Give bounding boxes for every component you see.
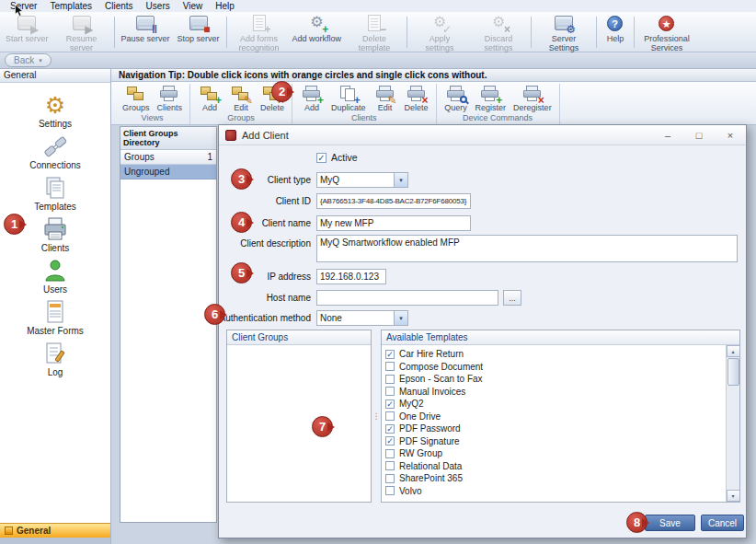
group-edit-button[interactable]: ✎ Edit [227,84,255,113]
template-checkbox[interactable] [385,436,395,446]
sidebar-footer-general[interactable]: General [0,523,110,538]
template-item-pdf-password[interactable]: PDF Password [385,422,724,435]
help-button[interactable]: ? Help [600,14,631,51]
scroll-down-icon[interactable]: ▾ [727,490,740,502]
template-item-volvo[interactable]: Volvo [385,485,724,498]
panel-splitter[interactable]: ⋮ [372,330,381,503]
template-checkbox[interactable] [385,375,395,384]
resume-server-button[interactable]: ▶ Resume server [52,14,111,51]
client-edit-button[interactable]: ✎ Edit [372,84,399,113]
views-groups-button[interactable]: Groups [120,84,152,113]
authentication-method-dropdown[interactable]: None ▾ [316,310,408,326]
sidebar-header: General [0,69,110,83]
device-register-button[interactable]: + Register [474,84,509,113]
scrollbar-thumb[interactable] [727,358,739,386]
stop-server-button[interactable]: ■ Stop server [174,14,223,51]
template-item-relational-data[interactable]: Relational Data [385,460,724,473]
template-checkbox[interactable] [385,486,395,495]
template-checkbox[interactable] [385,424,395,434]
template-item-one-drive[interactable]: One Drive [385,411,724,423]
sidebar-item-master-forms[interactable]: Master Forms [0,298,110,340]
template-item-sharepoint-365[interactable]: SharePoint 365 [385,472,724,485]
template-item-rw-group[interactable]: RW Group [385,447,724,460]
group-row-ungrouped[interactable]: Ungrouped [120,165,216,179]
device-query-button[interactable]: Query [442,84,470,113]
cancel-button[interactable]: Cancel [701,515,744,531]
client-id-input[interactable]: {AB766513-3F48-4D85-BAC2-B72F6F680053} [316,193,471,209]
sidebar-item-settings[interactable]: ⚙ Settings [0,91,110,133]
callout-5: 5 [231,262,252,284]
add-client-app-icon [225,130,236,141]
groups-column-label: Groups [124,152,155,162]
discard-settings-button[interactable]: ⚙× Discard settings [469,14,528,51]
device-deregister-button[interactable]: × Deregister [511,84,554,113]
device-deregister-label: Deregister [513,104,552,112]
authentication-method-value: None [317,311,394,325]
template-checkbox[interactable] [385,449,395,458]
menu-users[interactable]: Users [140,0,177,12]
menu-clients[interactable]: Clients [98,0,140,12]
menu-view[interactable]: View [177,0,210,12]
template-checkbox[interactable] [385,362,395,371]
active-label: Active [331,152,358,163]
chevron-down-icon: ▾ [394,311,407,325]
template-item-manual-invoices[interactable]: Manual Invoices [385,386,724,399]
professional-services-icon: ★ [655,15,679,33]
close-button[interactable]: × [717,127,743,144]
chevron-down-icon: ▾ [394,173,407,187]
template-checkbox[interactable] [385,411,395,421]
group-add-button[interactable]: + Add [196,84,223,113]
sidebar-item-templates[interactable]: Templates [0,174,110,215]
host-name-input[interactable] [316,290,498,306]
scroll-up-icon[interactable]: ▴ [727,345,740,357]
back-button[interactable]: Back ▾ [5,53,52,67]
apply-settings-button[interactable]: ⚙✓ Apply settings [410,14,469,51]
minimize-button[interactable]: – [655,127,681,144]
template-item-epson-scan-to-fax[interactable]: Epson - Scan to Fax [385,373,724,386]
dialog-titlebar[interactable]: Add Client – □ × [219,125,746,145]
client-delete-button[interactable]: × Delete [403,84,430,113]
client-duplicate-label: Duplicate [331,104,366,112]
template-checkbox[interactable] [385,461,395,470]
menu-templates[interactable]: Templates [43,0,98,12]
groups-count: 1 [207,152,212,162]
template-item-pdf-signature[interactable]: PDF Signature [385,435,724,448]
active-checkbox[interactable] [316,153,326,163]
toolbar-separator [407,17,407,48]
client-type-dropdown[interactable]: MyQ ▾ [316,172,408,188]
template-item-car-hire-return[interactable]: Car Hire Return [385,348,724,361]
start-server-button[interactable]: ▶ Start server [2,14,52,51]
ip-address-input[interactable]: 192.168.0.123 [316,269,386,284]
client-duplicate-button[interactable]: + Duplicate [329,84,368,113]
template-label: Manual Invoices [399,387,465,397]
sidebar-item-log[interactable]: Log [0,340,110,381]
client-groups-directory: Client Groups Directory Groups 1 Ungroup… [120,126,217,523]
template-checkbox[interactable] [385,350,395,359]
templates-scrollbar[interactable]: ▴ ▾ [726,345,739,502]
host-name-browse-button[interactable]: ... [503,290,521,306]
device-query-icon [444,85,468,104]
pause-server-button[interactable]: ‖ Pause server [118,14,174,51]
client-add-button[interactable]: + Add [298,84,326,113]
add-workflow-button[interactable]: ⚙+ Add workflow [289,14,346,51]
template-checkbox[interactable] [385,387,395,396]
template-item-myq2[interactable]: MyQ2 [385,398,724,411]
server-settings-icon: ⚙ [552,15,576,33]
template-item-compose-document[interactable]: Compose Document [385,361,724,374]
sidebar-item-users[interactable]: Users [0,257,110,298]
professional-services-button[interactable]: ★ Professional Services [637,14,696,51]
add-forms-recognition-button[interactable]: + Add forms recognition [230,14,289,51]
delete-template-button[interactable]: − Delete template [345,14,404,51]
server-settings-button[interactable]: ⚙ Server Settings [534,14,593,51]
views-clients-button[interactable]: Clients [155,84,185,113]
client-description-input[interactable]: MyQ Smartworkflow enabled MFP [316,235,738,262]
template-checkbox[interactable] [385,474,395,483]
template-checkbox[interactable] [385,399,395,409]
sidebar-item-connections[interactable]: Connections [0,133,110,174]
maximize-button[interactable]: □ [686,127,712,144]
help-icon: ? [603,15,627,33]
groups-column-header[interactable]: Groups 1 [120,150,216,165]
menu-help[interactable]: Help [209,0,241,12]
client-name-input[interactable]: My new MFP [316,215,471,231]
callout-4: 4 [231,212,252,233]
